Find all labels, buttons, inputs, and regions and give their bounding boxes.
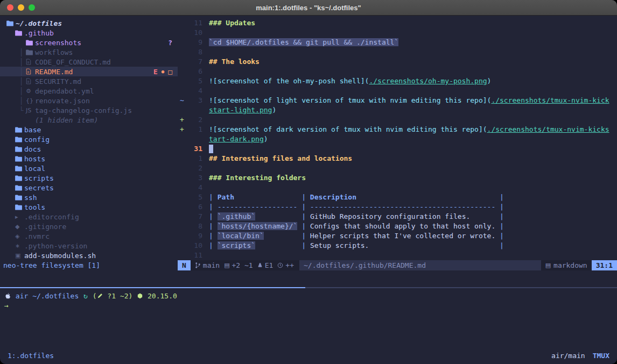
tree-item[interactable]: ▸.editorconfig <box>0 212 178 222</box>
editor-line[interactable]: 11 <box>178 251 617 260</box>
status-badge: □ <box>168 68 172 76</box>
editor-line[interactable]: ~3![screenshot of light version of tmux … <box>178 96 617 105</box>
folder-icon <box>15 127 24 133</box>
command-line <box>0 270 617 287</box>
gutter-sign <box>178 231 186 241</box>
text-segment: | <box>297 241 310 249</box>
gutter-gap <box>202 183 209 192</box>
editor-line[interactable]: 9`cd $HOME/.dotfiles && git pull && ./in… <box>178 38 617 47</box>
editor-line[interactable]: 7## The looks <box>178 57 617 67</box>
folder-icon <box>15 146 24 152</box>
tree-item[interactable]: ∗.python-version <box>0 241 178 251</box>
text-segment: | <box>209 222 218 230</box>
tree-item[interactable]: │CODE_OF_CONDUCT.md <box>0 57 178 67</box>
editor-line[interactable]: 4 <box>178 86 617 96</box>
editor-line[interactable]: start-light.png) <box>178 105 617 115</box>
editor-line[interactable]: 8| `hosts/{hostname}/` | Configs that sh… <box>178 222 617 231</box>
text-segment <box>356 193 495 201</box>
editor-line[interactable]: 31 <box>178 144 617 154</box>
folder-icon <box>15 195 24 201</box>
editor-line[interactable]: 4 <box>178 183 617 192</box>
git-branch: main <box>195 261 220 269</box>
tree-item[interactable]: │{}renovate.json <box>0 96 178 105</box>
pencil-icon <box>97 293 103 298</box>
tree-item[interactable]: │README.mdE●□ <box>0 67 178 76</box>
text-segment: | <box>495 193 504 201</box>
tree-item[interactable]: hosts <box>0 154 178 163</box>
editor-line[interactable]: 5![screenshot of the oh-my-posh shell](.… <box>178 76 617 86</box>
file-icon <box>26 68 35 75</box>
gutter-gap <box>202 86 209 96</box>
editor-line[interactable]: 3### Interesting folders <box>178 173 617 183</box>
gutter-gap <box>202 231 209 241</box>
tree-item[interactable]: ssh <box>0 192 178 202</box>
tree-item[interactable]: │⚙dependabot.yml <box>0 86 178 96</box>
tree-item[interactable]: screenshots? <box>0 38 178 47</box>
gutter-gap <box>202 192 209 202</box>
tree-item[interactable]: tools <box>0 202 178 212</box>
tree-item[interactable]: │SECURITY.md <box>0 76 178 86</box>
shell-pane[interactable]: air ~/.dotfiles ↻ ( ?1 ~2) 20.15.0 → <box>0 288 617 350</box>
editor-line[interactable]: 6 <box>178 67 617 76</box>
titlebar: main:1:.dotfiles - "ks~/.dotfiles" <box>0 0 617 16</box>
text-segment: ------------------- <box>218 203 298 211</box>
tree-item[interactable]: base <box>0 125 178 134</box>
gutter-sign <box>178 18 186 28</box>
folder-icon <box>6 20 16 26</box>
diagnostics-count: E1 <box>265 261 274 269</box>
statusline: N main ▤ +2 ~1 E1 ++ ~/.dotfiles/.github… <box>178 260 617 270</box>
tree-item[interactable]: config <box>0 134 178 144</box>
tree-item[interactable]: local <box>0 163 178 173</box>
gutter-sign <box>178 241 186 251</box>
tree-item[interactable]: ◆.gitignore <box>0 222 178 231</box>
folder-icon <box>15 30 24 36</box>
tree-item[interactable]: ◈.nvmrc <box>0 231 178 241</box>
gutter-sign <box>178 47 186 57</box>
neotree-file-explorer[interactable]: ~/.dotfiles.githubscreenshots?│workflows… <box>0 16 178 260</box>
tree-item-label: .editorconfig <box>24 213 79 221</box>
editor-line[interactable]: 1## Interesting files and locations <box>178 154 617 163</box>
editor-line[interactable]: 6| ------------------- | ---------------… <box>178 202 617 212</box>
text-segment: ## Interesting files and locations <box>209 154 352 162</box>
editor-line[interactable]: tart-dark.png) <box>178 134 617 144</box>
editor-line[interactable]: 8 <box>178 47 617 57</box>
tmux-window-tab[interactable]: 1:.dotfiles <box>8 351 54 361</box>
status-extra-label: ++ <box>285 261 294 269</box>
line-number: 6 <box>186 202 202 212</box>
editor-line[interactable]: 10| `scripts` | Setup scripts. | <box>178 241 617 251</box>
tree-item[interactable]: │workflows <box>0 47 178 57</box>
diamond-icon: ◆ <box>15 223 24 230</box>
editor-buffer[interactable]: 11### Updates109`cd $HOME/.dotfiles && g… <box>178 16 617 260</box>
tree-item[interactable]: └JStag-changelog-config.js <box>0 105 178 115</box>
gutter-sign <box>178 183 186 192</box>
gutter-sign <box>178 67 186 76</box>
editor-line[interactable]: 10 <box>178 28 617 38</box>
tree-item[interactable]: ~/.dotfiles <box>0 18 178 28</box>
editor-line[interactable]: 2 <box>178 163 617 173</box>
text-segment <box>255 212 297 220</box>
tree-item[interactable]: secrets <box>0 183 178 192</box>
gutter-gap <box>202 134 209 144</box>
tree-item-label: docs <box>24 145 41 153</box>
text-segment: | <box>297 212 310 220</box>
gutter-gap <box>202 105 209 115</box>
shell-continuation[interactable]: → <box>4 301 617 310</box>
text-segment: | <box>209 203 218 211</box>
gutter-sign: + <box>178 115 186 125</box>
editor-line[interactable]: 5| Path | Description | <box>178 192 617 202</box>
gutter-sign <box>178 173 186 183</box>
line-number: 8 <box>186 47 202 57</box>
editor-line[interactable]: +2 <box>178 115 617 125</box>
editor-line[interactable]: +1![screenshot of dark version of tmux w… <box>178 125 617 134</box>
tree-item[interactable]: ▣add-submodules.sh <box>0 251 178 260</box>
tree-item[interactable]: (1 hidden item) <box>0 115 178 125</box>
editor-line[interactable]: 11### Updates <box>178 18 617 28</box>
tree-item[interactable]: .github <box>0 28 178 38</box>
file-path[interactable]: ~/.dotfiles/.github/README.md <box>299 260 541 270</box>
editor-line[interactable]: 7| `.github` | GitHub Repository configu… <box>178 212 617 222</box>
tree-item[interactable]: docs <box>0 144 178 154</box>
editor-line[interactable]: 9| `local/bin` | Helper scripts that I'v… <box>178 231 617 241</box>
text-segment: | <box>297 222 310 230</box>
tree-item-label: .nvmrc <box>24 232 50 240</box>
tree-item[interactable]: scripts <box>0 173 178 183</box>
